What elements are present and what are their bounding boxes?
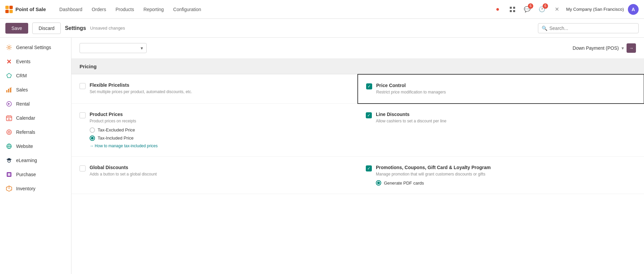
product-prices-checkbox[interactable]	[80, 112, 86, 118]
nav-products[interactable]: Products	[111, 5, 138, 14]
down-payment-label: Down Payment (POS)	[573, 45, 619, 51]
sidebar-label-sales: Sales	[16, 87, 28, 92]
product-prices-text: Product Prices Product prices on receipt…	[90, 112, 350, 148]
sidebar-item-general-settings[interactable]: General Settings	[0, 40, 71, 54]
sidebar-item-rental[interactable]: Rental	[0, 97, 71, 111]
app-logo[interactable]: Point of Sale	[5, 6, 46, 13]
sidebar-item-purchase[interactable]: Purchase	[0, 167, 71, 182]
sidebar-item-inventory[interactable]: Inventory	[0, 182, 71, 196]
inventory-icon	[5, 185, 13, 192]
logo-icon	[5, 6, 13, 13]
discard-button[interactable]: Discard	[32, 23, 61, 34]
price-control-checkbox[interactable]	[366, 83, 372, 89]
sidebar-item-events[interactable]: Events	[0, 54, 71, 69]
down-payment-arrow-button[interactable]: →	[627, 43, 636, 53]
close-icon[interactable]: ✕	[551, 4, 562, 15]
clock-badge: 6	[543, 3, 548, 9]
sidebar-label-elearning: eLearning	[16, 158, 37, 163]
dropdown-arrow-icon: ▾	[141, 45, 143, 51]
avatar[interactable]: A	[628, 4, 639, 15]
sidebar-item-crm[interactable]: CRM	[0, 69, 71, 83]
sidebar-label-rental: Rental	[16, 101, 30, 107]
down-payment-area: Down Payment (POS) ▾ →	[573, 43, 636, 53]
svg-rect-1	[513, 7, 515, 9]
save-button[interactable]: Save	[5, 23, 28, 34]
product-prices-radio-group: Tax-Excluded Price Tax-Included Price	[90, 127, 350, 141]
website-icon	[5, 143, 13, 150]
top-nav: Point of Sale Dashboard Orders Products …	[0, 0, 644, 19]
line-discounts-checkbox[interactable]	[366, 112, 372, 118]
nav-dashboard[interactable]: Dashboard	[55, 5, 87, 14]
svg-rect-2	[510, 10, 512, 12]
radio-tax-included[interactable]: Tax-Included Price	[90, 135, 350, 141]
company-name[interactable]: My Company (San Francisco)	[566, 7, 624, 12]
radio-tax-excluded-circle	[90, 127, 95, 133]
svg-rect-25	[9, 173, 10, 174]
sidebar-label-inventory: Inventory	[16, 186, 36, 191]
product-prices-desc: Product prices on receipts	[90, 118, 350, 124]
sidebar-label-events: Events	[16, 59, 31, 64]
setting-promotions: Promotions, Coupons, Gift Card & Loyalty…	[358, 157, 644, 194]
status-dot-icon[interactable]: ●	[492, 4, 503, 15]
svg-rect-23	[7, 172, 11, 177]
radio-generate-pdf-circle	[376, 180, 381, 186]
dropdown-select[interactable]: ▾	[80, 43, 147, 53]
sidebar-item-referrals[interactable]: Referrals	[0, 125, 71, 139]
line-discounts-desc: Allow cashiers to set a discount per lin…	[376, 118, 636, 124]
search-box[interactable]: 🔍	[538, 23, 639, 33]
sidebar: General Settings Events CRM	[0, 38, 71, 274]
flexible-pricelists-checkbox[interactable]	[80, 83, 86, 89]
nav-reporting[interactable]: Reporting	[139, 5, 168, 14]
svg-rect-9	[8, 89, 9, 92]
sidebar-label-calendar: Calendar	[16, 115, 35, 121]
radio-tax-included-label: Tax-Included Price	[98, 135, 134, 141]
top-area: ▾ Down Payment (POS) ▾ →	[71, 38, 644, 59]
setting-line-discounts: Line Discounts Allow cashiers to set a d…	[358, 104, 644, 157]
promotions-checkbox[interactable]	[366, 165, 372, 171]
svg-point-18	[7, 130, 11, 134]
sales-icon	[5, 86, 13, 93]
svg-text:31: 31	[8, 118, 10, 120]
sidebar-label-crm: CRM	[16, 73, 27, 78]
svg-rect-24	[8, 173, 9, 174]
chat-badge: 6	[528, 3, 533, 9]
radio-tax-excluded[interactable]: Tax-Excluded Price	[90, 127, 350, 133]
setting-product-prices: Product Prices Product prices on receipt…	[71, 104, 358, 157]
svg-rect-27	[9, 174, 10, 176]
tax-included-help-link[interactable]: How to manage tax-included prices	[90, 144, 158, 148]
sidebar-item-elearning[interactable]: eLearning	[0, 153, 71, 167]
svg-rect-26	[8, 174, 9, 176]
sidebar-item-website[interactable]: Website	[0, 139, 71, 153]
grid-icon[interactable]	[507, 4, 518, 15]
global-discounts-title: Global Discounts	[90, 165, 350, 170]
flexible-pricelists-title: Flexible Pricelists	[90, 82, 350, 88]
sidebar-item-calendar[interactable]: 31 Calendar	[0, 111, 71, 125]
flexible-pricelists-text: Flexible Pricelists Set multiple prices …	[90, 82, 350, 95]
radio-generate-pdf[interactable]: Generate PDF cards	[376, 180, 636, 186]
search-icon: 🔍	[542, 26, 547, 31]
global-discounts-desc: Adds a button to set a global discount	[90, 171, 350, 177]
crm-icon	[5, 72, 13, 79]
unsaved-indicator: Unsaved changes	[90, 26, 125, 31]
svg-rect-0	[510, 7, 512, 9]
svg-rect-3	[513, 10, 515, 12]
line-discounts-text: Line Discounts Allow cashiers to set a d…	[376, 112, 636, 124]
clock-icon[interactable]: 🕐 6	[537, 4, 547, 15]
setting-global-discounts: Global Discounts Adds a button to set a …	[71, 157, 358, 194]
global-discounts-checkbox[interactable]	[80, 165, 86, 171]
price-control-desc: Restrict price modification to managers	[376, 89, 636, 95]
sidebar-label-general-settings: General Settings	[16, 45, 51, 50]
sidebar-label-referrals: Referrals	[16, 129, 35, 135]
search-input[interactable]	[549, 26, 635, 31]
line-discounts-title: Line Discounts	[376, 112, 636, 117]
nav-configuration[interactable]: Configuration	[169, 5, 205, 14]
radio-tax-included-circle	[90, 135, 95, 141]
product-prices-title: Product Prices	[90, 112, 350, 117]
nav-orders[interactable]: Orders	[88, 5, 110, 14]
chat-icon[interactable]: 💬 6	[522, 4, 533, 15]
rental-icon	[5, 100, 13, 108]
app-name: Point of Sale	[15, 6, 46, 12]
radio-generate-pdf-label: Generate PDF cards	[384, 181, 424, 186]
sidebar-item-sales[interactable]: Sales	[0, 83, 71, 97]
settings-grid: Flexible Pricelists Set multiple prices …	[71, 74, 644, 194]
